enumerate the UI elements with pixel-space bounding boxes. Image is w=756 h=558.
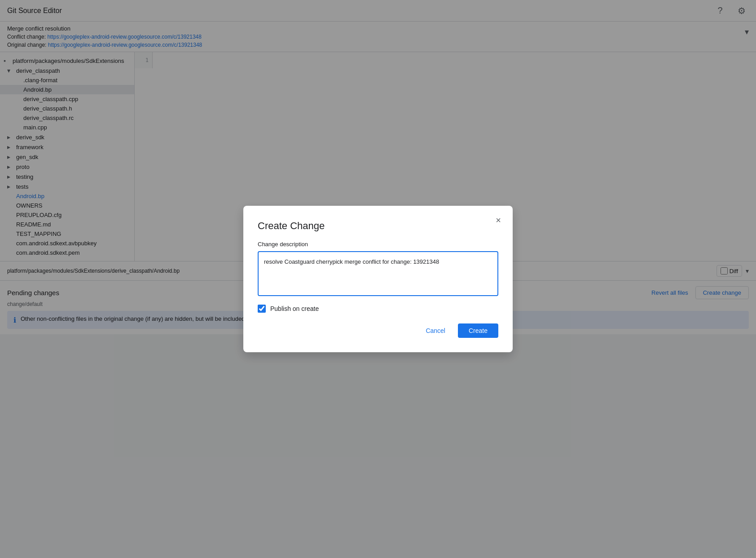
publish-on-create-label: Publish on create [270,305,319,312]
modal-dialog: × Create Change Change description resol… [243,206,513,352]
modal-create-button[interactable]: Create [458,323,498,338]
modal-description-label: Change description [258,241,498,248]
modal-cancel-button[interactable]: Cancel [418,323,453,338]
modal-overlay[interactable]: × Create Change Change description resol… [0,0,756,558]
modal-actions: Cancel Create [258,323,498,338]
modal-close-button[interactable]: × [491,213,505,227]
modal-publish-row: Publish on create [258,305,498,313]
modal-description-input[interactable]: resolve Coastguard cherrypick merge conf… [258,251,498,296]
modal-title: Create Change [258,220,498,232]
publish-on-create-checkbox[interactable] [258,305,266,313]
